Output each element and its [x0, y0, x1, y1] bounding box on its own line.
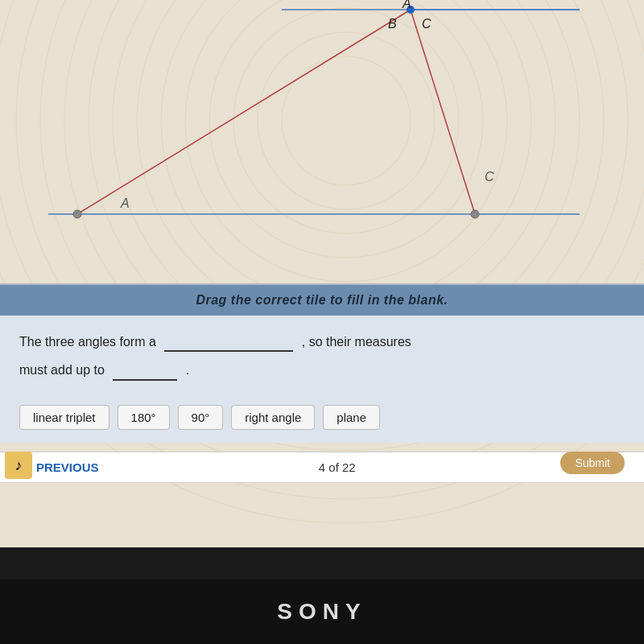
blank-1[interactable]: [164, 330, 293, 353]
svg-line-17: [411, 10, 475, 214]
tile-180[interactable]: 180°: [118, 405, 170, 430]
page-indicator: 4 of 22: [319, 460, 356, 474]
question-text-2: must add up to .: [19, 358, 625, 381]
bottom-panel: Drag the correct tile to fill in the bla…: [0, 283, 644, 443]
svg-text:C: C: [485, 170, 494, 184]
submit-label: Submit: [575, 456, 610, 469]
tiles-row: linear triplet 180° 90° right angle plan…: [0, 397, 644, 443]
nav-bar: ← PREVIOUS 4 of 22 NEXT → Submit: [0, 452, 644, 483]
blank-2[interactable]: [113, 358, 177, 381]
svg-text:A: A: [402, 0, 411, 10]
question-text: The three angles form a , so their measu…: [19, 330, 625, 353]
svg-text:B: B: [388, 17, 397, 31]
svg-text:A: A: [120, 196, 130, 210]
music-icon[interactable]: ♪: [5, 452, 32, 479]
music-symbol: ♪: [15, 457, 23, 474]
question-part3: must add up to: [19, 363, 105, 377]
tile-plane[interactable]: plane: [323, 405, 380, 430]
svg-text:C: C: [422, 17, 431, 31]
tile-linear-triplet[interactable]: linear triplet: [19, 405, 109, 430]
previous-label: PREVIOUS: [36, 460, 99, 474]
svg-point-21: [73, 210, 81, 218]
question-period: .: [186, 363, 189, 377]
question-part2: , so their measures: [302, 335, 411, 349]
instruction-text: Drag the correct tile to fill in the bla…: [196, 293, 448, 307]
brand-logo: SONY: [277, 599, 366, 625]
svg-line-16: [77, 10, 411, 214]
screen: .arc { fill: none; stroke: #c0a080; stro…: [0, 0, 644, 547]
tile-90[interactable]: 90°: [178, 405, 224, 430]
question-area: The three angles form a , so their measu…: [0, 316, 644, 397]
taskbar: SONY: [0, 580, 644, 644]
question-part1: The three angles form a: [19, 335, 156, 349]
instruction-bar: Drag the correct tile to fill in the bla…: [0, 285, 644, 316]
svg-point-22: [471, 210, 479, 218]
submit-button[interactable]: Submit: [560, 452, 625, 474]
geometry-diagram: A B C A C: [0, 0, 644, 290]
tile-right-angle[interactable]: right angle: [231, 405, 315, 430]
